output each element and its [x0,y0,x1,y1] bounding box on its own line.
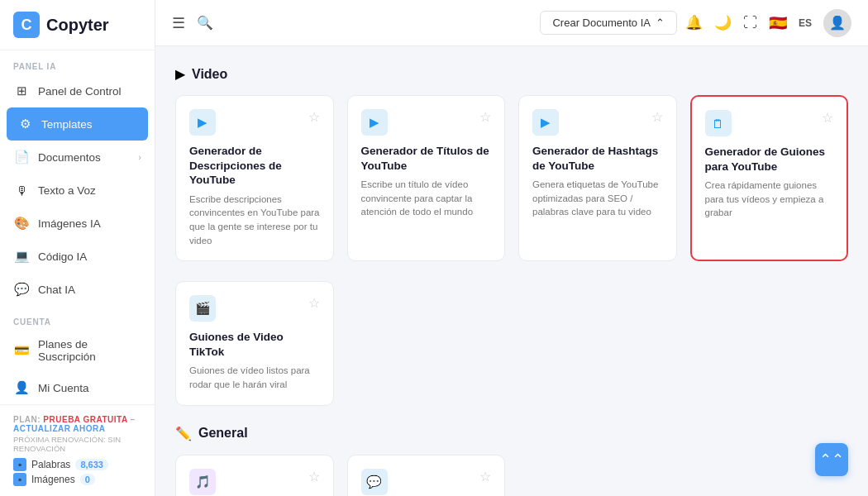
card-desc: Crea rápidamente guiones para tus vídeos… [705,179,834,220]
sidebar-item-label: Mi Cuenta [38,382,89,394]
documentos-icon: 📄 [13,149,30,165]
sidebar-item-documentos[interactable]: 📄 Documentos › [0,141,155,174]
video-row2-grid: 🎬 ☆ Guiones de Video TikTok Guiones de v… [175,281,848,405]
star-icon[interactable]: ☆ [479,109,491,125]
words-icon: ▪ [13,458,26,471]
logo-icon: C [13,12,40,38]
code-icon: 💻 [13,248,30,265]
card-title: Generador de Hashtags de YouTube [532,144,663,173]
images-credits-row: ▪ Imágenes 0 [13,473,141,486]
sidebar-item-label: Chat IA [38,284,75,296]
card-video-icon: ▶ [532,109,559,136]
words-label: Palabras [31,459,70,470]
card-video-icon: ▶ [189,109,216,136]
main: ☰ 🔍 Crear Documento IA ⌃ 🔔 🌙 ⛶ 🇪🇸 ES 👤 ▶… [155,0,868,496]
sidebar: C Copyter PANEL IA ⊞ Panel de Control ⚙ … [0,0,155,496]
sidebar-item-mi-cuenta[interactable]: 👤 Mi Cuenta [0,371,155,404]
general-cards-grid: 🎵 ☆ Letras de Canciones Generar una letr… [175,455,848,496]
card-title: Generador de Descripciones de YouTube [189,144,320,188]
chevron-right-icon: › [138,152,141,162]
general-section-icon: ✏️ [175,426,192,441]
card-title: Generador de Guiones para YouTube [705,145,834,174]
card-top: ▶ ☆ [361,109,492,136]
card-top: 💬 ☆ [361,469,492,495]
chat-icon: 💬 [13,281,30,298]
language-label[interactable]: ES [799,17,812,29]
fullscreen-icon[interactable]: ⛶ [743,15,757,31]
plan-free-link[interactable]: PRUEBA GRATUITA [43,415,127,424]
card-title: Generador de Títulos de YouTube [361,144,492,173]
logo: C Copyter [0,0,155,50]
content-area: ▶ Video ▶ ☆ Generador de Descripciones d… [155,46,868,496]
general-section-header: ✏️ General [175,426,848,441]
sidebar-item-panel-control[interactable]: ⊞ Panel de Control [0,74,155,107]
card-music-icon: 🎵 [189,469,216,495]
scroll-top-button[interactable]: ⌃⌃ [815,443,848,476]
card-desc: Genera etiquetas de YouTube optimizadas … [532,178,663,219]
card-title: Guiones de Video TikTok [189,330,320,359]
card-top: ▶ ☆ [189,109,320,136]
sidebar-item-label: Planes de Suscripción [38,338,141,363]
card-top: 🗒 ☆ [705,110,834,136]
templates-icon: ⚙ [17,116,33,132]
star-icon[interactable]: ☆ [308,295,320,311]
moon-icon[interactable]: 🌙 [714,14,732,31]
card-gen-descripciones-yt[interactable]: ▶ ☆ Generador de Descripciones de YouTub… [175,95,334,261]
bell-icon[interactable]: 🔔 [685,14,703,31]
card-top: 🎵 ☆ [189,469,320,495]
general-section-title: General [198,426,248,441]
card-guiones-tiktok[interactable]: 🎬 ☆ Guiones de Video TikTok Guiones de v… [175,281,334,405]
images-icon: ▪ [13,473,26,486]
cuenta-label: CUENTA [0,306,155,330]
sidebar-item-chat-ia[interactable]: 💬 Chat IA [0,273,155,306]
sidebar-item-label: Texto a Voz [38,184,96,197]
card-gen-hashtags-yt[interactable]: ▶ ☆ Generador de Hashtags de YouTube Gen… [518,95,677,261]
card-top: 🎬 ☆ [189,295,320,322]
words-credits-row: ▪ Palabras 8,633 [13,458,141,471]
star-icon[interactable]: ☆ [308,109,320,125]
card-letras-canciones[interactable]: 🎵 ☆ Letras de Canciones Generar una letr… [175,455,334,496]
star-icon[interactable]: ☆ [651,109,663,125]
credits-renewal: PRÓXIMA RENOVACIÓN: SIN RENOVACIÓN [13,435,141,453]
avatar[interactable]: 👤 [823,9,851,37]
card-tiktok-icon: 🎬 [189,295,216,322]
search-icon[interactable]: 🔍 [197,15,213,31]
panel-ia-label: PANEL IA [0,50,155,74]
sidebar-item-label: Templates [41,118,93,131]
menu-icon[interactable]: ☰ [172,14,185,32]
create-document-button[interactable]: Crear Documento IA ⌃ [540,11,677,35]
sidebar-item-texto-voz[interactable]: 🎙 Texto a Voz [0,174,155,207]
words-count: 8,633 [75,459,108,470]
plan-update-link[interactable]: ACTUALIZAR AHORA [13,424,106,433]
card-sms-icon: 💬 [361,469,388,495]
images-count: 0 [80,474,95,485]
flag-icon: 🇪🇸 [769,14,787,32]
star-icon[interactable]: ☆ [308,469,320,484]
sidebar-item-imagenes-ia[interactable]: 🎨 Imágenes IA [0,207,155,240]
card-desc: Guiones de vídeo listos para rodar que l… [189,364,320,391]
chevron-double-up-icon: ⌃⌃ [819,451,844,469]
sidebar-item-label: Panel de Control [38,85,122,98]
card-desc: Escribe descripciones convincentes en Yo… [189,193,320,248]
images-label: Imágenes [31,474,75,485]
sidebar-item-templates[interactable]: ⚙ Templates [7,107,148,141]
star-icon[interactable]: ☆ [479,469,491,484]
card-gen-titulos-yt[interactable]: ▶ ☆ Generador de Títulos de YouTube Escr… [347,95,506,261]
video-section-header: ▶ Video [175,66,848,82]
subscription-icon: 💳 [13,342,30,359]
sidebar-item-label: Imágenes IA [38,217,101,230]
topbar-icons: 🔔 🌙 ⛶ 🇪🇸 ES 👤 [685,9,851,37]
card-notificaciones-app[interactable]: 💬 ☆ Notificaciones por App y SMS Mensaje… [347,455,506,496]
sidebar-item-codigo-ia[interactable]: 💻 Código IA [0,240,155,273]
card-gen-guiones-yt[interactable]: 🗒 ☆ Generador de Guiones para YouTube Cr… [690,95,849,261]
image-icon: 🎨 [13,215,30,231]
card-desc: Escribe un título de vídeo convincente p… [361,178,492,219]
star-icon[interactable]: ☆ [822,110,833,126]
sidebar-item-label: Documentos [38,151,101,164]
mic-icon: 🎙 [13,182,30,198]
card-video-icon: ▶ [361,109,388,136]
video-section-title: Video [192,67,227,82]
sidebar-item-planes[interactable]: 💳 Planes de Suscripción [0,330,155,371]
user-icon: 👤 [13,379,30,396]
chevron-up-icon: ⌃ [656,17,665,29]
